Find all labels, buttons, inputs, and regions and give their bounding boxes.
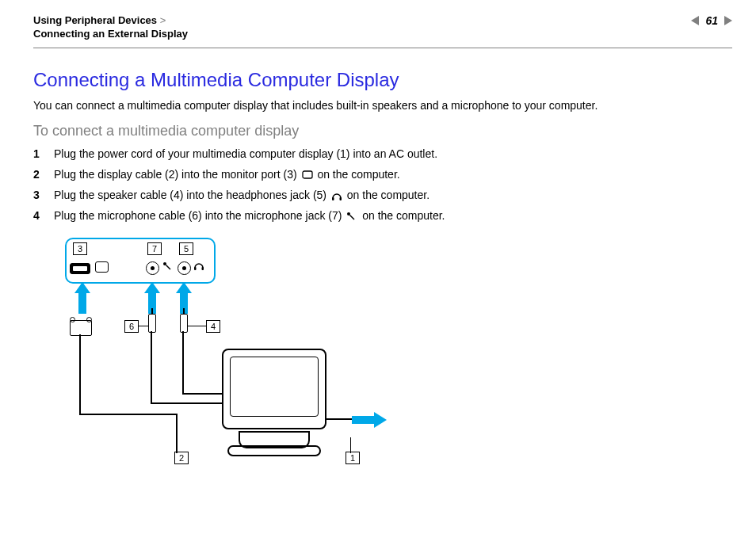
breadcrumb-separator: > [160, 14, 166, 26]
vga-port-icon [70, 263, 90, 274]
page-nav: 61 [691, 14, 732, 27]
mic-cable-wire [151, 402, 222, 404]
callout-4: 4 [206, 320, 220, 333]
microphone-icon [346, 212, 357, 221]
connection-diagram: 3 7 5 6 4 2 1 [65, 238, 430, 467]
multimedia-display-icon [222, 349, 326, 448]
svg-line-6 [166, 265, 171, 270]
breadcrumb-sub: Connecting an External Display [33, 28, 188, 40]
content: Connecting a Multimedia Computer Display… [0, 48, 756, 467]
step-text: Plug the speaker cable (4) into the head… [54, 189, 430, 201]
breadcrumb-top: Using Peripheral Devices [33, 14, 157, 26]
svg-rect-0 [303, 171, 312, 178]
speaker-cable-wire [182, 393, 226, 395]
step-text: Plug the microphone cable (6) into the m… [54, 209, 445, 222]
svg-rect-1 [332, 197, 334, 200]
callout-6: 6 [124, 320, 139, 333]
headphones-icon [331, 191, 342, 200]
section-subtitle: To connect a multimedia computer display [33, 123, 732, 139]
monitor-icon [302, 170, 313, 180]
page: Using Peripheral Devices > Connecting an… [0, 0, 756, 534]
step-item: 1Plug the power cord of your multimedia … [33, 147, 732, 160]
monitor-port-icon [95, 261, 109, 273]
microphone-jack-icon [146, 261, 159, 275]
callout-2: 2 [174, 452, 189, 464]
svg-point-3 [347, 212, 350, 216]
arrow-to-port-3-icon [74, 282, 90, 314]
step-text: Plug the power cord of your multimedia c… [54, 147, 437, 160]
step-list: 1Plug the power cord of your multimedia … [33, 147, 732, 222]
next-page-arrow-icon[interactable] [724, 16, 732, 25]
callout-line [187, 326, 206, 326]
callout-1: 1 [346, 452, 360, 464]
headphones-glyph-icon [193, 261, 204, 274]
step-number: 1 [33, 147, 44, 160]
callout-line [177, 437, 178, 453]
intro-text: You can connect a multimedia computer di… [33, 99, 732, 112]
page-header: Using Peripheral Devices > Connecting an… [0, 0, 756, 48]
speaker-cable-wire [182, 331, 184, 393]
power-cord-arrow-icon [352, 412, 388, 428]
svg-line-4 [350, 216, 355, 220]
step-number: 2 [33, 168, 44, 181]
page-number: 61 [705, 14, 718, 27]
svg-rect-2 [339, 197, 342, 200]
step-text: Plug the display cable (2) into the moni… [54, 168, 400, 181]
speaker-cable-plug-icon [180, 314, 188, 333]
step-item: 4Plug the microphone cable (6) into the … [33, 209, 732, 222]
callout-7: 7 [147, 242, 162, 255]
svg-point-5 [163, 262, 166, 265]
callout-line [350, 437, 351, 453]
display-cable-wire [79, 414, 176, 415]
prev-page-arrow-icon[interactable] [691, 16, 699, 25]
step-item: 3Plug the speaker cable (4) into the hea… [33, 189, 732, 201]
callout-3: 3 [73, 242, 87, 255]
callout-line [138, 326, 149, 326]
headphones-jack-icon [178, 261, 191, 275]
page-title: Connecting a Multimedia Computer Display [33, 69, 732, 91]
breadcrumb: Using Peripheral Devices > Connecting an… [33, 14, 188, 40]
mic-cable-plug-icon [148, 314, 156, 333]
mic-cable-wire [151, 331, 152, 402]
display-cable-wire [79, 334, 81, 414]
vga-cable-plug-icon [70, 320, 92, 336]
callout-5: 5 [179, 242, 193, 255]
step-item: 2Plug the display cable (2) into the mon… [33, 168, 732, 181]
step-number: 4 [33, 209, 44, 222]
power-cord-wire [325, 418, 352, 420]
microphone-glyph-icon [162, 261, 172, 273]
svg-rect-8 [202, 267, 204, 270]
svg-rect-7 [194, 267, 197, 270]
step-number: 3 [33, 189, 44, 201]
